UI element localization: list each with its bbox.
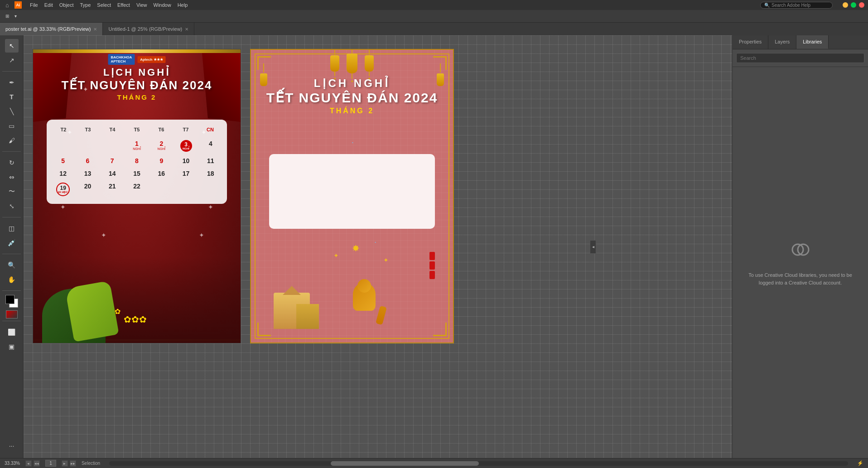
poster2-month: THÁNG 2	[251, 107, 453, 115]
next-artboard-btn[interactable]: ▸	[62, 460, 68, 467]
right-panel-tabs: Properties Layers Libraries	[733, 35, 868, 49]
line-tool[interactable]: ╲	[5, 105, 19, 118]
poster1-logos: BACHKHOAAPTECH Aptech ★★★	[108, 54, 165, 65]
rp-search-area	[733, 49, 868, 67]
poster2-title-line2: TẾT NGUYÊN ĐÁN 2024	[251, 90, 453, 106]
arrange-btn[interactable]: ⊞	[4, 13, 11, 19]
poster2[interactable]: ✦ ✦ ✦	[250, 49, 454, 343]
app-icons: ⌂ Ai	[4, 1, 22, 9]
cal-day-9: 9	[149, 155, 173, 167]
hand-tool[interactable]: ✋	[5, 273, 19, 286]
scale-tool[interactable]: ⤡	[5, 199, 19, 213]
eyedropper-tool[interactable]: 💉	[5, 236, 19, 250]
pen-tool[interactable]: ✒	[5, 76, 19, 89]
rp-tab-properties[interactable]: Properties	[733, 35, 768, 49]
page-input[interactable]	[45, 460, 56, 467]
rp-search-input[interactable]	[736, 53, 864, 63]
menu-file[interactable]: File	[30, 2, 38, 8]
gpu-icon: ⚡	[857, 460, 863, 466]
firework-3: ✦	[383, 256, 389, 264]
menu-select[interactable]: Select	[97, 2, 111, 8]
tab-untitled-label: Untitled-1 @ 25% (RGB/Preview)	[108, 26, 182, 32]
scroll-thumb[interactable]	[331, 461, 478, 466]
first-artboard-btn[interactable]: ◂◂	[34, 460, 40, 467]
poster2-title-line1: LỊCH NGHỈ	[251, 77, 453, 90]
more-tools[interactable]: ···	[5, 439, 19, 453]
menu-edit[interactable]: Edit	[44, 2, 53, 8]
poster2-bottom: ✸ ✦ ✦	[260, 243, 444, 333]
cal-day-6: 6	[76, 155, 99, 167]
rp-tab-libraries-label: Libraries	[803, 39, 822, 44]
cal-day-12: 12	[51, 168, 75, 179]
home-icon[interactable]: ⌂	[4, 1, 11, 9]
prev-artboard-btn[interactable]: ◂	[25, 460, 32, 467]
tab-untitled-close[interactable]: ✕	[185, 27, 188, 32]
tab-poster-tet-close[interactable]: ✕	[93, 27, 97, 32]
selection-tool[interactable]: ↖	[5, 39, 19, 53]
cal-hd-t3: T3	[76, 125, 100, 134]
menu-effect[interactable]: Effect	[117, 2, 130, 8]
gradient-preview[interactable]	[6, 310, 18, 318]
cal-empty-5	[174, 180, 198, 198]
cal-day-5: 5	[51, 155, 75, 167]
direct-selection-tool[interactable]: ↗	[5, 53, 19, 67]
tab-untitled[interactable]: Untitled-1 @ 25% (RGB/Preview) ✕	[103, 23, 194, 35]
poster2-white-box	[269, 154, 435, 229]
cal-day-14: 14	[101, 168, 124, 179]
minimize-button[interactable]	[843, 2, 848, 8]
cal-body: 1NGHỈ 2NGHỈ 3 NGHỈ 4 5 6 7	[51, 138, 222, 198]
gradient-tool[interactable]: ◫	[5, 222, 19, 235]
cal-day-18: 18	[199, 168, 222, 179]
dragon-illustration	[344, 279, 385, 324]
rp-tab-layers[interactable]: Layers	[768, 35, 796, 49]
color-swatch-stack[interactable]	[5, 295, 18, 308]
help-search[interactable]: 🔍 Search Adobe Help	[760, 2, 833, 9]
cal-day-15: 15	[125, 168, 149, 179]
horizontal-scrollbar[interactable]	[109, 461, 848, 466]
sparkle-dot-1: •	[352, 140, 353, 145]
zoom-tool[interactable]: 🔍	[5, 258, 19, 272]
nav-buttons: ◂ ◂◂	[25, 460, 40, 467]
cal-day-10: 10	[174, 155, 198, 167]
menu-window[interactable]: Window	[154, 2, 171, 8]
tab-poster-tet[interactable]: poster tet.ai @ 33.33% (RGB/Preview) ✕	[0, 23, 103, 35]
zoom-level: 33.33%	[5, 461, 20, 466]
menu-object[interactable]: Object	[59, 2, 74, 8]
panel-collapse-btn[interactable]: ◂	[590, 240, 596, 254]
menu-type[interactable]: Type	[80, 2, 91, 8]
close-button[interactable]	[859, 2, 864, 8]
poster1-title-line2: TẾT NGUYÊN ĐÁN 2024	[33, 78, 241, 92]
menu-bar: ⌂ Ai File Edit Object Type Select Effect…	[0, 0, 868, 10]
cal-empty-6	[199, 180, 222, 198]
paint-tool[interactable]: 🖌	[5, 134, 19, 147]
screen-mode[interactable]: ▣	[5, 340, 19, 353]
cal-day-22: 22	[125, 180, 149, 198]
foreground-color-box[interactable]	[5, 295, 14, 304]
gold-trim-top	[33, 49, 241, 53]
tool-separator-5	[2, 290, 21, 291]
canvas-area[interactable]: BACHKHOAAPTECH Aptech ★★★ ✦ ✦ ✦ ✦ ✦ ✦ ✦ …	[24, 35, 732, 458]
last-artboard-btn[interactable]: ▸▸	[70, 460, 76, 467]
tool-separator-4	[2, 254, 21, 254]
status-right-icons: ⚡	[857, 460, 863, 466]
menu-help[interactable]: Help	[178, 2, 188, 8]
left-toolbar: ↖ ↗ ✒ T ╲ ▭ 🖌 ↻ ⇔ 〜 ⤡ ◫ 💉 🔍 ✋	[0, 35, 24, 458]
rp-tab-properties-label: Properties	[739, 39, 762, 44]
tool-separator-2	[2, 151, 21, 152]
ai-icon[interactable]: Ai	[14, 1, 22, 9]
rotate-tool[interactable]: ↻	[5, 156, 19, 169]
cal-day-3: 3 NGHỈ	[174, 138, 198, 154]
maximize-button[interactable]	[851, 2, 856, 8]
arrange-options[interactable]: ▾	[13, 13, 19, 19]
shape-tool[interactable]: ▭	[5, 119, 19, 133]
rp-tab-libraries[interactable]: Libraries	[796, 35, 829, 49]
tab-poster-tet-label: poster tet.ai @ 33.33% (RGB/Preview)	[5, 26, 91, 32]
cal-day-4: 4	[199, 138, 222, 154]
warp-tool[interactable]: 〜	[5, 185, 19, 198]
menu-view[interactable]: View	[136, 2, 147, 8]
mirror-tool[interactable]: ⇔	[5, 170, 19, 184]
poster1[interactable]: BACHKHOAAPTECH Aptech ★★★ ✦ ✦ ✦ ✦ ✦ ✦ ✦ …	[33, 49, 241, 343]
bachkhoa-logo: BACHKHOAAPTECH	[108, 54, 135, 65]
type-tool[interactable]: T	[5, 90, 19, 104]
artboard-tool[interactable]: ⬜	[5, 325, 19, 339]
